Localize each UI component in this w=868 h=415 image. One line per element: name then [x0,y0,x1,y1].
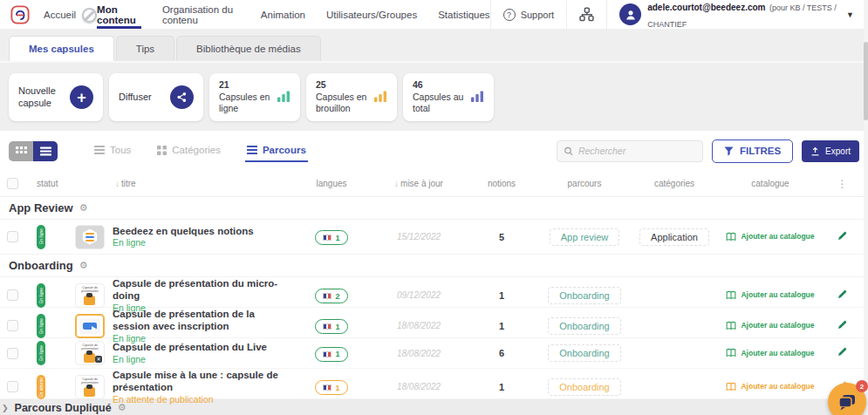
beedeez-logo-icon[interactable] [10,5,30,24]
stat-capsules-au-total[interactable]: 46Capsules au total [403,73,494,121]
export-button[interactable]: Export [802,140,859,162]
stat-label: Capsules en ligne [219,92,270,114]
table-row[interactable]: En attente Capsule deprésentation Capsul… [0,369,868,399]
row-checkbox[interactable] [7,231,18,242]
col-langues[interactable]: langues [291,179,372,188]
scrollbar-thumb[interactable] [864,42,868,120]
languages-badge: 1 [315,347,347,362]
summary-cards: Nouvelle capsule + Diffuser 21Capsules e… [0,63,868,131]
row-checkbox[interactable] [7,320,18,331]
row-checkbox[interactable] [7,381,18,392]
capsule-title: Beedeez en quelques notions [113,225,254,237]
gear-icon[interactable]: ⚙ [79,202,88,214]
col-notions[interactable]: notions [466,179,537,188]
capsule-thumbnail[interactable]: Capsule deprésentation [75,283,105,308]
add-to-catalogue-button[interactable]: Ajouter au catalogue [726,348,814,357]
category-tag[interactable]: Application [639,228,709,246]
search-input[interactable] [578,146,695,156]
catalogue-book-icon [726,321,736,330]
nav-mon-contenu[interactable]: Mon contenu [97,0,141,29]
capsule-thumbnail[interactable]: Capsule deprésentation [75,375,105,399]
catalogue-book-icon [726,382,736,391]
row-checkbox[interactable] [7,348,18,359]
support-button[interactable]: ? Support [490,0,567,29]
scrollbar-track [864,0,868,415]
add-to-catalogue-button[interactable]: Ajouter au catalogue [726,321,814,330]
catalogue-book-icon [726,348,736,357]
tab-tips[interactable]: Tips [116,36,174,61]
grid-view-button[interactable] [9,141,33,161]
col-catalogue[interactable]: catalogue [717,179,824,188]
stat-capsules-en-ligne[interactable]: 21Capsules en ligne [209,73,300,121]
filter-tab-parcours[interactable]: Parcours [245,139,308,162]
col-statut[interactable]: statut [37,179,75,188]
new-capsule-button[interactable]: Nouvelle capsule + [9,73,103,121]
table-row[interactable]: En ligne Beedeez en quelques notions En … [0,220,868,255]
list-icon [247,146,257,154]
filter-tab-tous[interactable]: Tous [92,139,133,162]
tab-mes-capsules[interactable]: Mes capsules [9,36,114,61]
table-row[interactable]: En ligne Capsule de présentation de la s… [0,308,868,338]
capsule-thumbnail[interactable]: Capsule deprésentation✕ [75,341,105,365]
share-icon [170,85,194,109]
main-menu: Accueil Mon contenu Organisation du cont… [44,0,490,29]
share-network-icon [579,7,594,22]
capsule-status: En attente de publication [113,394,291,405]
view-toggle [9,141,58,161]
col-titre[interactable]: ↓titre [75,179,291,188]
updated-date: 09/12/2022 [372,290,466,300]
table-row[interactable]: En ligne Capsule deprésentation Capsule … [0,277,868,308]
column-options-icon[interactable]: ⋮ [824,178,861,190]
capsule-title: Capsule mise à la une : capsule de prése… [113,369,291,394]
col-categories[interactable]: catégories [632,179,717,188]
capsule-thumbnail[interactable] [75,314,105,338]
capsule-status: En ligne [113,237,254,248]
col-mise-a-jour[interactable]: ↓mise à jour [372,179,466,188]
flag-icon [323,293,331,299]
edit-button[interactable] [837,346,848,357]
filter-tab-categories[interactable]: Catégories [155,139,222,162]
add-to-catalogue-button[interactable]: Ajouter au catalogue [726,290,814,300]
search-icon [564,146,573,156]
parcours-tag[interactable]: App review [550,228,619,246]
notions-count: 6 [466,348,537,358]
nav-animation[interactable]: Animation [261,0,305,29]
bar-chart-icon [471,90,484,105]
nav-utilisateurs-groupes[interactable]: Utilisateurs/Groupes [326,0,417,29]
add-to-catalogue-button[interactable]: Ajouter au catalogue [726,232,814,242]
edit-button[interactable] [837,319,848,330]
bar-chart-icon [277,90,290,105]
parcours-tag[interactable]: Onboarding [548,287,621,304]
capsule-status: En ligne [113,354,267,365]
gear-icon[interactable]: ⚙ [118,402,126,413]
col-parcours[interactable]: parcours [537,179,632,188]
capsule-thumbnail[interactable] [75,225,105,249]
select-all-checkbox[interactable] [7,178,18,189]
table-header: statut ↓titre langues ↓mise à jour notio… [0,171,868,197]
edit-button[interactable] [837,230,848,242]
list-view-button[interactable] [33,141,58,161]
top-navigation: Accueil Mon contenu Organisation du cont… [0,0,868,29]
nav-accueil[interactable]: Accueil [44,0,76,29]
edit-button[interactable] [837,289,848,300]
parcours-tag[interactable]: Onboarding [548,378,621,396]
updated-date: 18/08/2022 [372,321,466,330]
add-to-catalogue-button[interactable]: Ajouter au catalogue [726,382,814,391]
stat-label: Capsules au total [413,92,463,114]
org-share-button[interactable] [566,0,606,29]
row-checkbox[interactable] [7,289,18,301]
parcours-tag[interactable]: Onboarding [548,344,621,362]
nav-organisation-du-contenu[interactable]: Organisation du contenu [162,0,240,29]
tab-bibliotheque-de-medias[interactable]: Bibliothèque de médias [176,36,321,61]
stat-capsules-en-brouillon[interactable]: 25Capsules en brouillon [306,73,397,121]
chat-bubbles-icon [837,393,857,411]
diffuse-button[interactable]: Diffuser [109,73,203,121]
gear-icon[interactable]: ⚙ [79,260,88,271]
table-row[interactable]: En ligne Capsule deprésentation✕ Capsule… [0,338,868,369]
capsule-title: Capsule de présentation du micro-doing [113,277,291,303]
chat-widget-button[interactable]: 2 [828,383,866,415]
parcours-tag[interactable]: Onboarding [548,317,621,335]
account-menu[interactable]: adele.courtot@beedeez.com (pour KB / TES… [606,0,859,29]
nav-statistiques[interactable]: Statistiques [438,0,489,29]
filters-button[interactable]: FILTRES [712,139,793,163]
